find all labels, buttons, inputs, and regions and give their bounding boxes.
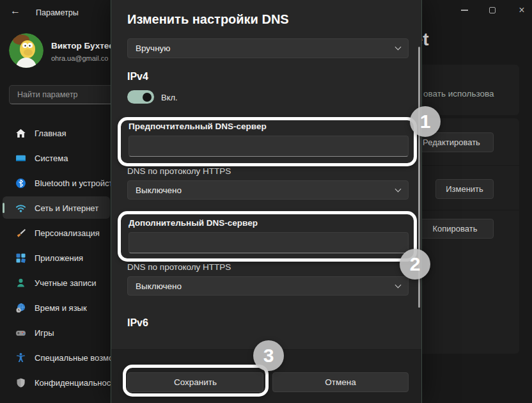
back-arrow-icon: ← bbox=[10, 5, 20, 16]
preferred-https-value: Выключено bbox=[136, 186, 182, 195]
bluetooth-icon bbox=[15, 178, 26, 189]
sidebar-item-label: Главная bbox=[35, 129, 66, 138]
maximize-button[interactable] bbox=[480, 3, 505, 18]
alternate-https-select[interactable]: Выключено bbox=[127, 276, 409, 296]
sidebar-item-time-language[interactable]: Время и язык bbox=[0, 296, 113, 319]
change-button-background[interactable]: Изменить bbox=[435, 179, 494, 199]
accessibility-icon bbox=[15, 352, 26, 363]
sidebar-item-accessibility[interactable]: Специальные возможности bbox=[0, 346, 113, 369]
sidebar-item-label: Приложения bbox=[35, 253, 83, 263]
dialog-title: Изменить настройки DNS bbox=[127, 12, 289, 27]
copy-button-background[interactable]: Копировать bbox=[416, 219, 494, 239]
sidebar-item-bluetooth[interactable]: Bluetooth и устройства bbox=[0, 171, 113, 194]
sidebar-item-system[interactable]: Система bbox=[0, 146, 113, 170]
step-badge-1: 1 bbox=[410, 106, 441, 137]
toggle-knob bbox=[143, 93, 152, 102]
personalization-brush-icon bbox=[15, 228, 26, 239]
step-badge-3: 3 bbox=[253, 340, 284, 371]
sidebar-item-label: Bluetooth и устройства bbox=[35, 178, 121, 188]
dns-mode-select[interactable]: Вручную bbox=[127, 38, 409, 58]
home-icon bbox=[15, 128, 26, 139]
settings-card-text-fragment: овать использова bbox=[423, 89, 494, 99]
network-wifi-icon bbox=[15, 203, 26, 214]
highlight-box-step2 bbox=[118, 211, 417, 262]
ipv4-heading: IPv4 bbox=[127, 71, 148, 83]
system-icon bbox=[15, 153, 26, 164]
sidebar-item-label: Учетные записи bbox=[35, 278, 96, 288]
sidebar-item-partial[interactable] bbox=[0, 396, 113, 403]
sidebar-item-home[interactable]: Главная bbox=[0, 122, 113, 145]
sidebar-item-personalization[interactable]: Персонализация bbox=[0, 221, 113, 244]
ipv6-heading: IPv6 bbox=[127, 317, 148, 329]
minimize-button[interactable] bbox=[451, 3, 477, 18]
alternate-https-value: Выключено bbox=[136, 281, 182, 291]
user-name: Виктор Бухтеев bbox=[51, 41, 119, 51]
preferred-https-label: DNS по протоколу HTTPS bbox=[127, 166, 231, 176]
avatar[interactable] bbox=[9, 33, 43, 68]
dns-mode-value: Вручную bbox=[136, 43, 170, 53]
step-badge-2: 2 bbox=[400, 249, 430, 280]
chevron-down-icon bbox=[395, 44, 402, 51]
sidebar-item-privacy[interactable]: Конфиденциальность и защита bbox=[0, 371, 113, 394]
preferred-https-select[interactable]: Выключено bbox=[127, 180, 409, 200]
sidebar-item-accounts[interactable]: Учетные записи bbox=[0, 271, 113, 294]
accounts-person-icon bbox=[15, 278, 26, 288]
sidebar-item-label: Время и язык bbox=[35, 303, 87, 313]
sidebar-item-games[interactable]: Игры bbox=[0, 321, 113, 344]
games-gamepad-icon bbox=[15, 328, 26, 338]
back-button[interactable]: ← bbox=[10, 5, 20, 17]
close-button[interactable]: × bbox=[509, 3, 532, 18]
time-language-icon bbox=[15, 303, 26, 313]
sidebar-item-network[interactable]: Сеть и Интернет bbox=[0, 196, 113, 219]
sidebar-item-label: Персонализация bbox=[35, 228, 100, 238]
maximize-icon bbox=[489, 7, 496, 13]
sidebar-item-label: Игры bbox=[35, 328, 54, 338]
privacy-shield-icon bbox=[15, 377, 26, 388]
chevron-down-icon bbox=[395, 281, 402, 288]
app-title: Параметры bbox=[36, 8, 79, 17]
minimize-icon bbox=[461, 10, 468, 11]
alternate-https-label: DNS по протоколу HTTPS bbox=[127, 262, 231, 272]
avatar-image bbox=[9, 33, 43, 68]
apps-icon bbox=[15, 253, 26, 264]
sidebar-item-label: Система bbox=[35, 154, 68, 163]
cancel-button[interactable]: Отмена bbox=[272, 372, 409, 392]
close-icon: × bbox=[519, 5, 524, 15]
highlight-box-step3 bbox=[123, 365, 269, 397]
ipv4-toggle-label: Вкл. bbox=[161, 93, 178, 102]
settings-window: ← Параметры × Виктор Бухтеев ohra.ua@gma… bbox=[0, 0, 532, 403]
user-email: ohra.ua@gmail.co bbox=[51, 54, 108, 62]
highlight-box-step1 bbox=[118, 117, 417, 166]
ipv4-toggle[interactable] bbox=[127, 90, 154, 104]
sidebar-item-label: Сеть и Интернет bbox=[35, 203, 98, 213]
sidebar-item-apps[interactable]: Приложения bbox=[0, 246, 113, 269]
chevron-down-icon bbox=[395, 186, 402, 192]
